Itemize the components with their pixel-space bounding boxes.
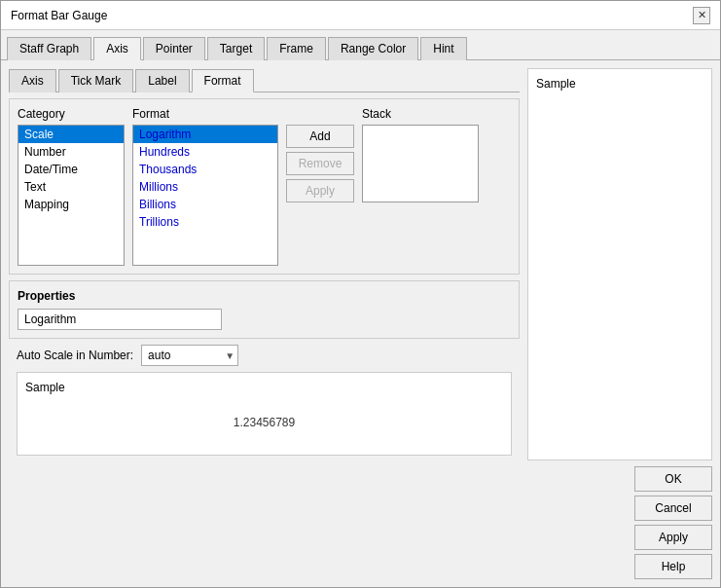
dialog-title: Format Bar Gauge	[11, 9, 107, 22]
tab-axis[interactable]: Axis	[93, 37, 141, 60]
ok-button[interactable]: OK	[634, 466, 712, 492]
format-item-logarithm[interactable]: Logarithm	[133, 126, 277, 143]
dialog: Format Bar Gauge ✕ Staff Graph Axis Poin…	[0, 0, 721, 588]
stack-section: Stack	[362, 107, 479, 202]
sample-right-label: Sample	[536, 77, 576, 91]
properties-section: Properties	[9, 280, 520, 339]
tab-hint[interactable]: Hint	[420, 37, 466, 60]
sub-tabs: Axis Tick Mark Label Format	[9, 68, 520, 92]
cancel-button[interactable]: Cancel	[634, 496, 712, 521]
sample-bottom-label: Sample	[25, 381, 503, 394]
close-button[interactable]: ✕	[693, 7, 710, 24]
left-panel: Axis Tick Mark Label Format Category Sca…	[9, 68, 520, 579]
sub-tab-format[interactable]: Format	[192, 69, 254, 92]
category-item-mapping[interactable]: Mapping	[18, 196, 124, 213]
title-bar: Format Bar Gauge ✕	[1, 1, 720, 30]
right-panel: Sample OK Cancel Apply Help	[527, 68, 712, 579]
category-item-datetime[interactable]: Date/Time	[18, 161, 124, 178]
sample-right-section: Sample	[527, 68, 712, 460]
auto-scale-select[interactable]: auto manual	[141, 345, 238, 366]
auto-scale-label: Auto Scale in Number:	[17, 349, 133, 362]
content-area: Axis Tick Mark Label Format Category Sca…	[1, 60, 720, 587]
remove-button[interactable]: Remove	[286, 152, 354, 175]
stack-label: Stack	[362, 107, 479, 121]
category-item-number[interactable]: Number	[18, 143, 124, 161]
format-label: Format	[132, 107, 278, 121]
sub-tab-label[interactable]: Label	[135, 69, 189, 92]
category-label: Category	[18, 107, 125, 121]
auto-scale-dropdown-wrap: auto manual ▼	[141, 345, 238, 366]
format-row: Category Scale Number Date/Time Text Map…	[18, 107, 511, 266]
format-listbox[interactable]: Logarithm Hundreds Thousands Millions Bi…	[132, 125, 278, 266]
category-listbox[interactable]: Scale Number Date/Time Text Mapping	[18, 125, 125, 266]
category-item-text[interactable]: Text	[18, 178, 124, 196]
properties-label: Properties	[18, 289, 511, 303]
tab-pointer[interactable]: Pointer	[143, 37, 205, 60]
add-button[interactable]: Add	[286, 125, 354, 148]
tab-frame[interactable]: Frame	[267, 37, 326, 60]
format-section: Category Scale Number Date/Time Text Map…	[9, 98, 520, 275]
format-item-thousands[interactable]: Thousands	[133, 161, 277, 178]
auto-scale-row: Auto Scale in Number: auto manual ▼	[9, 345, 520, 366]
help-button[interactable]: Help	[634, 554, 712, 579]
apply-button[interactable]: Apply	[634, 525, 712, 550]
tab-target[interactable]: Target	[207, 37, 265, 60]
apply-format-button[interactable]: Apply	[286, 179, 354, 202]
category-column: Category Scale Number Date/Time Text Map…	[18, 107, 125, 266]
right-action-buttons: OK Cancel Apply Help	[527, 466, 712, 579]
sub-tab-axis[interactable]: Axis	[9, 69, 56, 92]
sample-bottom-value: 1.23456789	[25, 398, 503, 447]
main-tabs: Staff Graph Axis Pointer Target Frame Ra…	[1, 30, 720, 60]
tab-range-color[interactable]: Range Color	[328, 37, 418, 60]
properties-input[interactable]	[18, 309, 222, 330]
stack-box	[362, 125, 479, 202]
format-item-trillions[interactable]: Trillions	[133, 213, 277, 231]
format-item-millions[interactable]: Millions	[133, 178, 277, 196]
category-item-scale[interactable]: Scale	[18, 126, 124, 143]
action-buttons: Add Remove Apply	[286, 107, 354, 202]
format-column: Format Logarithm Hundreds Thousands Mill…	[132, 107, 278, 266]
format-item-hundreds[interactable]: Hundreds	[133, 143, 277, 161]
format-item-billions[interactable]: Billions	[133, 196, 277, 213]
sample-bottom-section: Sample 1.23456789	[17, 372, 512, 456]
sub-tab-tick-mark[interactable]: Tick Mark	[58, 69, 134, 92]
tab-staff-graph[interactable]: Staff Graph	[7, 37, 91, 60]
